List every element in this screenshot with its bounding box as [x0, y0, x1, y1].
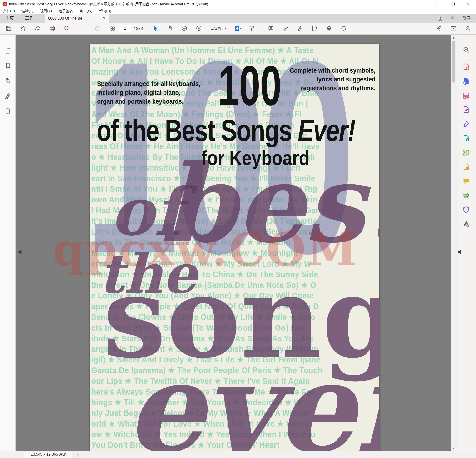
favorite-tool-button[interactable] — [19, 24, 27, 33]
sign-in-button[interactable]: 登录 — [463, 16, 471, 21]
print-button[interactable] — [48, 24, 56, 33]
signatures-icon — [5, 92, 11, 99]
left-navigation-panel — [0, 35, 16, 451]
previous-page-button[interactable] — [94, 24, 102, 33]
right-tools-panel — [456, 35, 476, 451]
highlight-button[interactable] — [281, 24, 290, 33]
tab-tools[interactable]: 工具 — [19, 14, 39, 23]
share-link-button[interactable] — [434, 24, 443, 33]
tab-close-icon[interactable] — [102, 16, 106, 20]
highlight-icon — [282, 25, 289, 32]
menu-help[interactable]: 帮助(H) — [99, 9, 111, 13]
create-pdf-button[interactable] — [462, 63, 470, 71]
page-thumbnails-button[interactable] — [4, 47, 12, 54]
zoom-level-value: 172% — [211, 26, 221, 31]
comment-tool-button[interactable] — [462, 177, 470, 185]
page-number-input[interactable] — [119, 25, 131, 32]
edit-page-button[interactable] — [310, 24, 319, 33]
page-size-indicator: 13.545 x 19.065 厘米 — [24, 452, 74, 458]
content-panel-button[interactable] — [4, 107, 12, 114]
horizontal-scrollbar[interactable] — [81, 451, 455, 458]
find-tool-icon — [462, 46, 470, 53]
export-pdf-button[interactable] — [462, 77, 470, 85]
bookmarks-button[interactable] — [4, 62, 12, 69]
find-button[interactable] — [62, 24, 71, 33]
menu-edit[interactable]: 编辑(E) — [21, 9, 33, 13]
document-area[interactable]: A Man And A Woman (Un Homme Et Une Femme… — [16, 35, 451, 451]
content-panel-icon — [5, 107, 11, 114]
close-button[interactable] — [461, 0, 476, 8]
window-title: 0006.100 Of The Best Songs Ever! For key… — [9, 2, 208, 6]
maximize-button[interactable] — [446, 0, 461, 8]
fill-sign-icon — [462, 120, 470, 128]
delete-pages-button[interactable] — [325, 24, 333, 33]
chevron-down-icon[interactable] — [240, 28, 242, 29]
help-icon[interactable] — [438, 16, 443, 21]
zoom-level-select[interactable]: 172% — [209, 25, 229, 32]
edit-page-icon — [311, 25, 318, 32]
comment-button[interactable] — [267, 24, 275, 33]
page-count-label: / 228 — [134, 26, 143, 31]
send-for-signature-button[interactable] — [462, 134, 470, 142]
hscroll-left-icon[interactable] — [77, 452, 78, 458]
menu-view[interactable]: 视图(V) — [40, 9, 52, 13]
vertical-scrollbar[interactable] — [451, 35, 456, 451]
zoom-out-button[interactable] — [180, 24, 189, 33]
notifications-bell-icon[interactable] — [450, 15, 456, 21]
tab-home[interactable]: 主页 — [0, 14, 19, 23]
select-tool-button[interactable] — [151, 24, 160, 33]
zoom-in-icon — [196, 25, 202, 32]
minimize-button[interactable] — [430, 0, 446, 8]
menu-file[interactable]: 文件(F) — [3, 9, 15, 13]
bookmarks-icon — [5, 62, 11, 69]
rotate-pages-button[interactable] — [339, 24, 348, 33]
share-people-button[interactable] — [464, 24, 472, 33]
organize-pages-button[interactable] — [462, 91, 470, 99]
toolbar-divider — [147, 25, 147, 32]
sign-button[interactable] — [296, 24, 304, 33]
tab-document[interactable]: 0006.100 Of The Be... — [45, 14, 110, 23]
menu-esign[interactable]: 电子签名 — [59, 9, 73, 13]
print-production-button[interactable] — [462, 191, 470, 199]
acrobat-app-icon — [2, 2, 7, 6]
fill-sign-button[interactable] — [462, 120, 470, 128]
zoom-in-button[interactable] — [195, 24, 203, 33]
attachments-button[interactable] — [4, 77, 12, 84]
cloud-upload-icon — [34, 25, 41, 32]
signatures-button[interactable] — [4, 92, 12, 99]
page-thumbnails-icon — [5, 47, 11, 54]
comment-icon — [268, 25, 274, 32]
next-page-button[interactable] — [108, 24, 117, 33]
email-button[interactable] — [449, 24, 458, 33]
find-tool-button[interactable] — [462, 46, 470, 54]
watermark-text: qpcxw.COM — [53, 223, 359, 276]
scroll-down-icon[interactable] — [451, 446, 456, 450]
collapse-left-chevron-icon[interactable] — [17, 248, 21, 255]
email-icon — [450, 25, 457, 32]
edit-pdf-button[interactable] — [462, 106, 470, 114]
hand-tool-icon — [167, 25, 173, 32]
cover-subtitle: for Keyboard — [201, 146, 310, 170]
trash-icon — [326, 25, 332, 32]
share-upload-button[interactable] — [33, 24, 42, 33]
save-button[interactable] — [4, 24, 13, 33]
acrobat-window: 0006.100 Of The Best Songs Ever! For key… — [0, 0, 476, 458]
protect-button[interactable] — [462, 206, 470, 214]
request-signatures-button[interactable] — [462, 163, 470, 171]
scan-ocr-icon — [462, 149, 470, 156]
attachments-icon — [5, 78, 11, 84]
vertical-scrollbar-thumb[interactable] — [452, 41, 455, 83]
menu-window[interactable]: 窗口(W) — [79, 9, 92, 13]
expand-tools-chevron-icon[interactable] — [457, 248, 461, 255]
cover-script-ever: ever! — [126, 361, 379, 451]
scroll-up-icon[interactable] — [451, 35, 456, 40]
page-down-icon — [109, 25, 116, 32]
cover-note-right: Complete with chord symbols, lyrics and … — [290, 66, 375, 93]
title-bar: 0006.100 Of The Best Songs Ever! For key… — [0, 0, 476, 8]
more-tools-button[interactable] — [462, 220, 470, 228]
scan-ocr-button[interactable] — [462, 149, 470, 156]
search-icon — [64, 25, 70, 32]
scroll-mode-button[interactable] — [247, 24, 256, 33]
hand-tool-button[interactable] — [166, 24, 174, 33]
fit-page-icon — [234, 25, 240, 32]
